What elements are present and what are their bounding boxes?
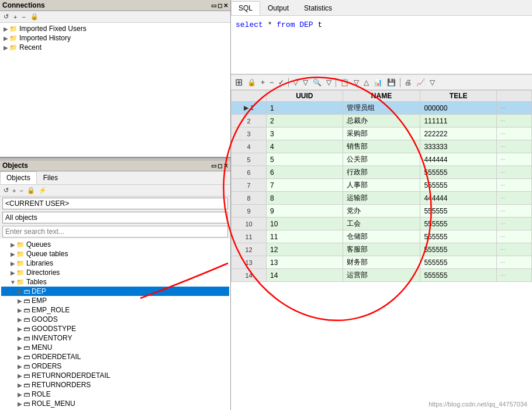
table-row[interactable]: 11 11 仓储部 555555 ··· [232, 230, 532, 243]
tree-recent[interactable]: ▶ 📁 Recent [1, 43, 229, 52]
cell-tele[interactable]: 000000 [420, 102, 497, 115]
cell-name[interactable]: 客服部 [343, 243, 420, 256]
expand-icon[interactable]: ▶ [16, 391, 23, 398]
table-row[interactable]: 6 6 行政部 555555 ··· [232, 166, 532, 179]
cell-tele[interactable]: 222222 [420, 128, 497, 140]
expand-icon[interactable]: ▶ [16, 401, 23, 407]
cell-name[interactable]: 运输部 [343, 192, 420, 205]
cell-uuid[interactable]: 3 [267, 128, 343, 140]
expand-icon[interactable]: ▶ [16, 335, 23, 342]
expand-icon[interactable]: ▶ [16, 363, 23, 370]
copy-down-btn[interactable]: △ [362, 78, 371, 87]
nav-up-btn[interactable]: ▽ [301, 78, 310, 87]
cell-uuid[interactable]: 10 [267, 218, 343, 230]
tree-role[interactable]: ▶ 🗃 ROLE [1, 390, 229, 399]
table-row[interactable]: 5 5 公关部 444444 ··· [232, 153, 532, 166]
table-row[interactable]: ▶ 1 1 管理员组 000000 ··· [232, 102, 532, 115]
tree-orders[interactable]: ▶ 🗃 ORDERS [1, 361, 229, 371]
col-header-tele[interactable]: TELE [420, 91, 497, 102]
cell-tele[interactable]: 555555 [420, 218, 497, 230]
add-objects-btn[interactable]: + [11, 187, 17, 195]
grid-nav-btn[interactable]: ⊞ [233, 76, 244, 88]
cell-name[interactable]: 行政部 [343, 166, 420, 179]
table-row[interactable]: 9 9 党办 555555 ··· [232, 205, 532, 218]
chart-btn[interactable]: 📈 [414, 78, 427, 87]
cell-uuid[interactable]: 9 [267, 205, 343, 218]
table-row[interactable]: 12 12 客服部 555555 ··· [232, 243, 532, 256]
table-row[interactable]: 4 4 销售部 333333 ··· [232, 140, 532, 153]
tree-dep[interactable]: ▶ 🗃 DEP [1, 287, 229, 296]
lock-grid-btn[interactable]: 🔒 [246, 78, 258, 87]
cell-name[interactable]: 销售部 [343, 140, 420, 153]
cell-name[interactable]: 总裁办 [343, 115, 420, 128]
tree-queues[interactable]: ▶ 📁 Queues [1, 240, 229, 249]
tab-output[interactable]: Output [260, 1, 296, 15]
cell-uuid[interactable]: 8 [267, 192, 343, 205]
expand-icon[interactable]: ▶ [2, 35, 9, 42]
tree-role-menu[interactable]: ▶ 🗃 ROLE_MENU [1, 399, 229, 408]
close-icon[interactable]: ✕ [223, 2, 228, 9]
remove-row-btn[interactable]: − [268, 78, 275, 87]
tree-imported-history[interactable]: ▶ 📁 Imported History [1, 33, 229, 43]
close-objects-icon[interactable]: ✕ [223, 163, 228, 169]
expand-icon[interactable]: ▶ [16, 344, 23, 351]
expand-icon[interactable]: ▶ [16, 288, 23, 295]
tree-imported-fixed-users[interactable]: ▶ 📁 Imported Fixed Users [1, 24, 229, 33]
cell-tele[interactable]: 111111 [420, 115, 497, 128]
table-row[interactable]: 3 3 采购部 222222 ··· [232, 128, 532, 140]
cell-name[interactable]: 管理员组 [343, 102, 420, 115]
cell-uuid[interactable]: 4 [267, 140, 343, 153]
tab-objects[interactable]: Objects [0, 171, 37, 184]
refresh-connections-btn[interactable]: ↺ [2, 12, 10, 21]
expand-icon[interactable]: ▶ [16, 298, 23, 304]
expand-icon[interactable]: ▶ [2, 26, 9, 32]
tab-files[interactable]: Files [37, 171, 64, 184]
print-btn[interactable]: 🖨 [403, 78, 413, 87]
table-row[interactable]: 14 14 运营部 555555 ··· [232, 269, 532, 282]
remove-connection-btn[interactable]: − [20, 13, 26, 21]
table-row[interactable]: 10 10 工会 555555 ··· [232, 218, 532, 230]
cell-uuid[interactable]: 14 [267, 269, 343, 282]
search-grid-btn[interactable]: 🔍 [311, 78, 323, 87]
col-header-uuid[interactable]: UUID [267, 91, 343, 102]
cell-tele[interactable]: 333333 [420, 140, 497, 153]
tree-emp-role[interactable]: ▶ 🗃 EMP_ROLE [1, 305, 229, 315]
expand-icon[interactable]: ▶ [16, 307, 23, 313]
expand-icon[interactable]: ▶ [16, 326, 23, 332]
minimize-objects-icon[interactable]: ▭ [211, 163, 216, 169]
cell-uuid[interactable]: 1 [267, 102, 343, 115]
cell-uuid[interactable]: 7 [267, 179, 343, 192]
tree-queue-tables[interactable]: ▶ 📁 Queue tables [1, 249, 229, 259]
more-btn[interactable]: ▽ [428, 78, 437, 87]
cell-name[interactable]: 人事部 [343, 179, 420, 192]
cell-name[interactable]: 仓储部 [343, 230, 420, 243]
tree-menu[interactable]: ▶ 🗃 MENU [1, 343, 229, 352]
tree-orderdetail[interactable]: ▶ 🗃 ORDERDETAIL [1, 352, 229, 361]
cell-tele[interactable]: 555555 [420, 256, 497, 269]
expand-icon[interactable]: ▶ [16, 382, 23, 388]
nav-down-btn[interactable]: ▽ [291, 78, 300, 87]
all-objects-select[interactable]: All objects [2, 212, 228, 223]
save-btn[interactable]: 💾 [385, 78, 398, 87]
add-connection-btn[interactable]: + [12, 13, 18, 21]
copy-btn[interactable]: 📋 [338, 78, 351, 87]
expand-icon[interactable]: ▶ [16, 354, 23, 360]
lock-connection-btn[interactable]: 🔒 [29, 12, 40, 21]
export-btn[interactable]: 📊 [372, 78, 384, 87]
tree-tables[interactable]: ▼ 📁 Tables [1, 277, 229, 287]
cell-tele[interactable]: 555555 [420, 205, 497, 218]
cell-tele[interactable]: 555555 [420, 166, 497, 179]
add-row-btn[interactable]: + [259, 78, 267, 87]
table-row[interactable]: 8 8 运输部 444444 ··· [232, 192, 532, 205]
expand-icon[interactable]: ▶ [9, 260, 16, 267]
cell-uuid[interactable]: 2 [267, 115, 343, 128]
confirm-btn[interactable]: ✓ [277, 78, 286, 87]
expand-icon[interactable]: ▶ [2, 44, 9, 51]
table-row[interactable]: 2 2 总裁办 111111 ··· [232, 115, 532, 128]
current-user-select[interactable]: <CURRENT USER> [2, 198, 228, 209]
minimize-icon[interactable]: ▭ [211, 2, 216, 9]
cell-name[interactable]: 工会 [343, 218, 420, 230]
tree-directories[interactable]: ▶ 📁 Directories [1, 268, 229, 277]
cell-uuid[interactable]: 11 [267, 230, 343, 243]
tree-emp[interactable]: ▶ 🗃 EMP [1, 296, 229, 305]
